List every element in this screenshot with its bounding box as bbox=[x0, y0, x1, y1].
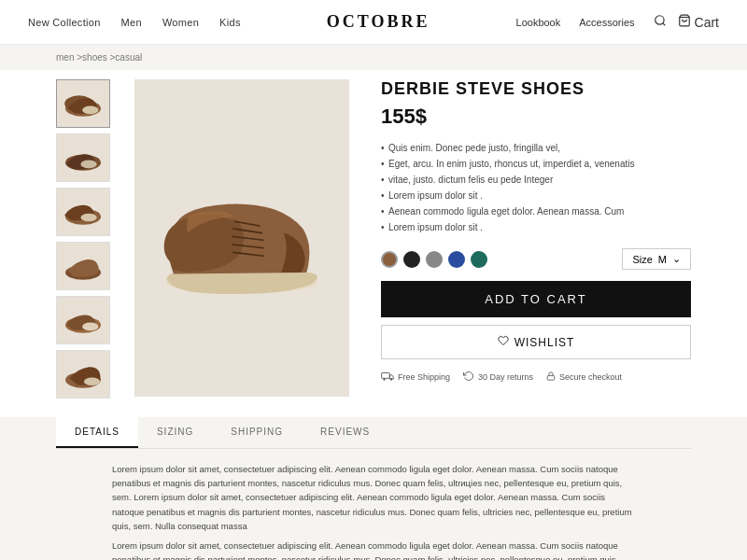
details-paragraph-2: Lorem ipsum dolor sit amet, consectetuer… bbox=[112, 539, 635, 560]
cart-button[interactable]: Cart bbox=[678, 14, 719, 30]
nav-link-men[interactable]: Men bbox=[121, 17, 142, 28]
bullet-2: Eget, arcu. In enim justo, rhoncus ut, i… bbox=[381, 156, 691, 172]
svg-point-14 bbox=[84, 377, 100, 385]
heart-icon bbox=[498, 335, 509, 349]
svg-rect-21 bbox=[382, 373, 390, 379]
tab-content-details: Lorem ipsum dolor sit amet, consectetuer… bbox=[56, 449, 691, 560]
nav-link-women[interactable]: Women bbox=[162, 17, 199, 28]
svg-point-5 bbox=[82, 106, 98, 115]
badge-returns-label: 30 Day returns bbox=[478, 372, 533, 382]
thumbnail-2[interactable] bbox=[56, 133, 110, 182]
tab-reviews[interactable]: REVIEWS bbox=[302, 417, 388, 448]
svg-point-0 bbox=[655, 16, 663, 24]
bullet-4: Lorem ipsum dolor sit . bbox=[381, 188, 691, 203]
badge-secure: Secure checkout bbox=[546, 371, 622, 384]
badge-secure-label: Secure checkout bbox=[559, 372, 622, 382]
nav-link-accessories[interactable]: Accessories bbox=[579, 17, 634, 28]
navbar: New Collection Men Women Kids OCTOBRE Lo… bbox=[0, 0, 747, 45]
svg-point-9 bbox=[80, 214, 96, 222]
badge-returns: 30 Day returns bbox=[463, 371, 533, 384]
svg-point-7 bbox=[80, 161, 96, 169]
returns-icon bbox=[463, 371, 474, 384]
breadcrumb: men >shoes >casual bbox=[0, 45, 747, 70]
svg-point-22 bbox=[383, 378, 385, 380]
thumbnail-3[interactable] bbox=[56, 188, 110, 236]
swatch-brown[interactable] bbox=[381, 251, 398, 268]
nav-right: Lookbook Accessories Car bbox=[516, 14, 719, 30]
product-description: Quis enim. Donec pede justo, fringilla v… bbox=[381, 140, 691, 235]
options-row: Size M ⌄ bbox=[381, 248, 691, 270]
nav-link-lookbook[interactable]: Lookbook bbox=[516, 17, 561, 28]
product-content: DERBIE STEVE SHOES 155$ Quis enim. Donec… bbox=[0, 70, 747, 417]
trust-badges: Free Shipping 30 Day returns bbox=[381, 371, 691, 384]
tab-shipping[interactable]: SHIPPING bbox=[212, 417, 302, 448]
badge-shipping-label: Free Shipping bbox=[398, 372, 450, 382]
page-wrapper: New Collection Men Women Kids OCTOBRE Lo… bbox=[0, 0, 747, 560]
search-icon bbox=[654, 14, 667, 30]
svg-line-1 bbox=[662, 23, 665, 26]
svg-rect-24 bbox=[547, 376, 555, 381]
cart-label: Cart bbox=[695, 15, 719, 30]
chevron-down-icon: ⌄ bbox=[672, 253, 681, 265]
thumbnail-4[interactable] bbox=[56, 242, 110, 290]
product-tabs: DETAILS SIZING SHIPPING REVIEWS bbox=[56, 417, 691, 449]
nav-icons: Cart bbox=[654, 14, 719, 30]
product-price: 155$ bbox=[381, 105, 691, 129]
thumbnail-6[interactable] bbox=[56, 350, 110, 399]
tabs-container: DETAILS SIZING SHIPPING REVIEWS Lorem ip… bbox=[0, 417, 747, 560]
product-title: DERBIE STEVE SHOES bbox=[381, 79, 691, 99]
site-logo[interactable]: OCTOBRE bbox=[327, 12, 430, 32]
nav-link-kids[interactable]: Kids bbox=[219, 17, 241, 28]
bullet-3: vitae, justo. dictum felis eu pede Integ… bbox=[381, 172, 691, 188]
tab-sizing[interactable]: SIZING bbox=[138, 417, 212, 448]
thumbnail-list bbox=[56, 79, 112, 399]
bullet-5: Aenean commodo ligula eget dolor. Aenean… bbox=[381, 203, 691, 219]
main-product-image bbox=[134, 79, 349, 397]
swatch-navy[interactable] bbox=[448, 251, 465, 268]
swatch-teal[interactable] bbox=[471, 251, 487, 268]
badge-shipping: Free Shipping bbox=[381, 371, 450, 384]
bullet-6: Lorem ipsum dolor sit . bbox=[381, 219, 691, 235]
cart-icon bbox=[678, 14, 691, 30]
size-selector[interactable]: Size M ⌄ bbox=[622, 248, 691, 270]
nav-link-new-collection[interactable]: New Collection bbox=[28, 17, 101, 28]
thumbnail-1[interactable] bbox=[56, 79, 110, 128]
swatch-gray[interactable] bbox=[426, 251, 443, 268]
svg-point-23 bbox=[390, 378, 392, 380]
thumbnail-5[interactable] bbox=[56, 296, 110, 344]
swatch-black[interactable] bbox=[403, 251, 420, 268]
shipping-icon bbox=[381, 371, 394, 383]
details-paragraph-1: Lorem ipsum dolor sit amet, consectetuer… bbox=[112, 462, 635, 533]
search-button[interactable] bbox=[654, 14, 667, 30]
size-label: Size bbox=[632, 254, 652, 265]
tab-details[interactable]: DETAILS bbox=[56, 417, 138, 448]
lock-icon bbox=[546, 371, 556, 384]
add-to-cart-button[interactable]: ADD TO CART bbox=[381, 281, 691, 317]
wishlist-button[interactable]: WISHLIST bbox=[381, 325, 691, 359]
bullet-1: Quis enim. Donec pede justo, fringilla v… bbox=[381, 140, 691, 156]
color-swatches bbox=[381, 251, 487, 268]
size-value: M bbox=[658, 254, 667, 265]
svg-point-12 bbox=[82, 323, 98, 331]
nav-left: New Collection Men Women Kids bbox=[28, 17, 241, 28]
wishlist-label: WISHLIST bbox=[514, 336, 575, 349]
product-info: DERBIE STEVE SHOES 155$ Quis enim. Donec… bbox=[372, 79, 691, 399]
